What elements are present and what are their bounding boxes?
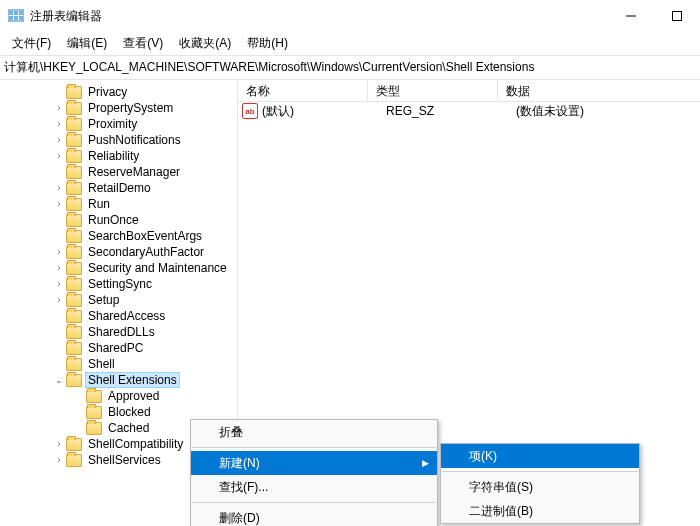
tree-item-label: SecondaryAuthFactor (86, 245, 206, 259)
string-value-icon: ab (242, 103, 258, 119)
tree-item-label: Run (86, 197, 112, 211)
folder-icon (66, 246, 82, 259)
folder-icon (66, 374, 82, 387)
chevron-right-icon[interactable]: › (54, 455, 64, 465)
tree-item-label: Approved (106, 389, 161, 403)
list-row[interactable]: ab (默认) REG_SZ (数值未设置) (238, 102, 700, 120)
tree-item[interactable]: ›Privacy (0, 84, 237, 100)
tree-item-label: ReserveManager (86, 165, 182, 179)
tree-item[interactable]: ›Reliability (0, 148, 237, 164)
tree-item[interactable]: ›Run (0, 196, 237, 212)
titlebar: 注册表编辑器 (0, 0, 700, 32)
svg-rect-0 (9, 11, 13, 15)
folder-icon (66, 134, 82, 147)
tree-item-label: RunOnce (86, 213, 141, 227)
tree-item-label: Cached (106, 421, 151, 435)
value-name: (默认) (262, 103, 386, 120)
col-data[interactable]: 数据 (498, 80, 700, 101)
tree-item[interactable]: ›Proximity (0, 116, 237, 132)
chevron-down-icon[interactable]: ⌄ (54, 375, 64, 385)
col-type[interactable]: 类型 (368, 80, 498, 101)
chevron-right-icon[interactable]: › (54, 247, 64, 257)
folder-icon (66, 182, 82, 195)
separator (442, 471, 638, 472)
tree-item[interactable]: ›SearchBoxEventArgs (0, 228, 237, 244)
folder-icon (66, 278, 82, 291)
chevron-right-icon[interactable]: › (54, 119, 64, 129)
list-header[interactable]: 名称 类型 数据 (238, 80, 700, 102)
tree-item-label: Shell Extensions (86, 373, 179, 387)
svg-rect-4 (14, 16, 18, 20)
col-name[interactable]: 名称 (238, 80, 368, 101)
tree-item[interactable]: ›SharedAccess (0, 308, 237, 324)
cm-find[interactable]: 查找(F)... (191, 475, 437, 499)
minimize-button[interactable] (608, 0, 654, 32)
menu-file[interactable]: 文件(F) (4, 33, 59, 54)
cm-binary-value[interactable]: 二进制值(B) (441, 499, 639, 523)
folder-icon (66, 310, 82, 323)
chevron-right-icon[interactable]: › (54, 103, 64, 113)
menu-help[interactable]: 帮助(H) (239, 33, 296, 54)
tree-item[interactable]: ›SecondaryAuthFactor (0, 244, 237, 260)
maximize-button[interactable] (654, 0, 700, 32)
chevron-right-icon[interactable]: › (54, 183, 64, 193)
chevron-right-icon[interactable]: › (54, 151, 64, 161)
folder-icon (66, 262, 82, 275)
tree-item[interactable]: ›PushNotifications (0, 132, 237, 148)
tree-item[interactable]: ›RunOnce (0, 212, 237, 228)
tree-item[interactable]: ›Security and Maintenance (0, 260, 237, 276)
tree-item-label: SharedDLLs (86, 325, 157, 339)
value-data: (数值未设置) (516, 103, 584, 120)
svg-rect-3 (9, 16, 13, 20)
tree-item[interactable]: ›SettingSync (0, 276, 237, 292)
context-menu-new: 项(K) 字符串值(S) 二进制值(B) (440, 443, 640, 524)
tree-item[interactable]: ›Approved (0, 388, 237, 404)
window-title: 注册表编辑器 (30, 8, 608, 25)
tree-item[interactable]: ⌄Shell Extensions (0, 372, 237, 388)
tree-item-label: Security and Maintenance (86, 261, 229, 275)
menubar: 文件(F) 编辑(E) 查看(V) 收藏夹(A) 帮助(H) (0, 32, 700, 56)
tree-item-label: SharedPC (86, 341, 145, 355)
tree-item-label: PushNotifications (86, 133, 183, 147)
context-menu-main: 折叠 新建(N)▶ 查找(F)... 删除(D) (190, 419, 438, 526)
tree-item[interactable]: ›Shell (0, 356, 237, 372)
tree-item-label: Proximity (86, 117, 139, 131)
chevron-right-icon[interactable]: › (54, 199, 64, 209)
tree-item-label: SharedAccess (86, 309, 167, 323)
tree-item[interactable]: ›Blocked (0, 404, 237, 420)
menu-view[interactable]: 查看(V) (115, 33, 171, 54)
chevron-right-icon[interactable]: › (54, 295, 64, 305)
folder-icon (66, 118, 82, 131)
svg-rect-5 (19, 16, 23, 20)
cm-key[interactable]: 项(K) (441, 444, 639, 468)
tree-item-label: Reliability (86, 149, 141, 163)
chevron-right-icon[interactable]: › (54, 279, 64, 289)
tree-item-label: ShellCompatibility (86, 437, 185, 451)
folder-icon (66, 198, 82, 211)
menu-favorites[interactable]: 收藏夹(A) (171, 33, 239, 54)
cm-string-value[interactable]: 字符串值(S) (441, 475, 639, 499)
tree-item-label: RetailDemo (86, 181, 153, 195)
tree-item[interactable]: ›RetailDemo (0, 180, 237, 196)
menu-edit[interactable]: 编辑(E) (59, 33, 115, 54)
cm-collapse[interactable]: 折叠 (191, 420, 437, 444)
svg-rect-2 (19, 11, 23, 15)
chevron-right-icon[interactable]: › (54, 135, 64, 145)
tree-item[interactable]: ›PropertySystem (0, 100, 237, 116)
tree-item[interactable]: ›Setup (0, 292, 237, 308)
address-bar[interactable]: 计算机\HKEY_LOCAL_MACHINE\SOFTWARE\Microsof… (0, 56, 700, 80)
chevron-right-icon[interactable]: › (54, 439, 64, 449)
chevron-right-icon[interactable]: › (54, 263, 64, 273)
tree-item[interactable]: ›SharedDLLs (0, 324, 237, 340)
tree-item[interactable]: ›ReserveManager (0, 164, 237, 180)
folder-icon (66, 150, 82, 163)
tree-item[interactable]: ›SharedPC (0, 340, 237, 356)
folder-icon (86, 422, 102, 435)
folder-icon (66, 86, 82, 99)
folder-icon (66, 454, 82, 467)
cm-new[interactable]: 新建(N)▶ (191, 451, 437, 475)
folder-icon (66, 342, 82, 355)
value-type: REG_SZ (386, 104, 516, 118)
cm-delete[interactable]: 删除(D) (191, 506, 437, 526)
tree-item-label: SearchBoxEventArgs (86, 229, 204, 243)
